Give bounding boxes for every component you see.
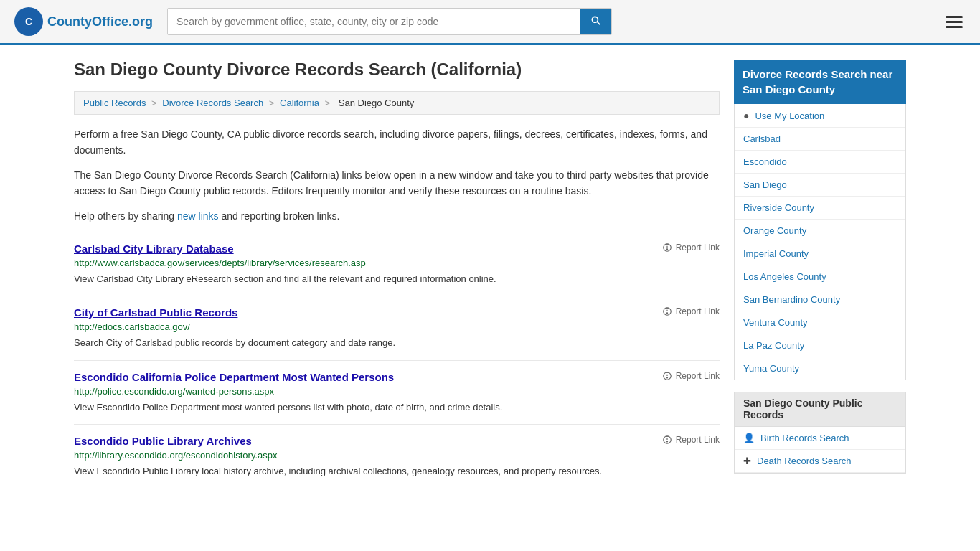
description-3-prefix: Help others by sharing [74,210,177,222]
report-link-2[interactable]: Report Link [662,371,720,381]
nearby-link-8[interactable]: San Bernardino County [735,288,905,311]
breadcrumb-current: San Diego County [339,98,415,108]
nearby-item: Imperial County [735,242,905,265]
nearby-section: Divorce Records Search near San Diego Co… [734,60,906,380]
logo-text: CountyOffice.org [47,14,153,29]
report-link-0[interactable]: Report Link [662,242,720,253]
record-url-1: http://edocs.carlsbadca.gov/ [74,321,720,332]
record-item: Escondido California Police Department M… [74,361,720,425]
public-record-item: 👤 Birth Records Search [735,427,905,450]
breadcrumb-public-records[interactable]: Public Records [83,98,146,108]
public-records-list: 👤 Birth Records Search ✚ Death Records S… [734,427,906,474]
nearby-link-1[interactable]: Carlsbad [735,128,905,150]
record-desc-3: View Escondido Public Library local hist… [74,464,720,479]
svg-point-8 [666,313,667,314]
new-links-link[interactable]: new links [177,210,219,222]
record-title-2[interactable]: Escondido California Police Department M… [74,371,394,383]
nearby-item: Riverside County [735,197,905,220]
search-bar [167,8,612,35]
nearby-link-3[interactable]: San Diego [735,174,905,196]
breadcrumb-divorce-records[interactable]: Divorce Records Search [162,98,263,108]
menu-icon-line1 [946,16,963,18]
nearby-link-6[interactable]: Imperial County [735,242,905,265]
nearby-link-5[interactable]: Orange County [735,220,905,242]
public-record-item: ✚ Death Records Search [735,450,905,473]
nearby-item: San Bernardino County [735,288,905,311]
menu-button[interactable] [943,13,966,31]
report-link-1[interactable]: Report Link [662,306,720,316]
record-header-2: Escondido California Police Department M… [74,371,720,386]
nearby-header: Divorce Records Search near San Diego Co… [734,60,906,104]
breadcrumb-california[interactable]: California [280,98,319,108]
nearby-link-10[interactable]: La Paz County [735,334,905,357]
record-title-3[interactable]: Escondido Public Library Archives [74,435,252,447]
record-desc-0: View Carlsbad City Library eResearch sec… [74,272,720,286]
description-2: The San Diego County Divorce Records Sea… [74,167,720,199]
nearby-item: Yuma County [735,357,905,380]
breadcrumb: Public Records > Divorce Records Search … [74,91,720,115]
breadcrumb-sep2: > [269,98,277,108]
record-desc-1: Search City of Carlsbad public records b… [74,336,720,350]
breadcrumb-sep1: > [151,98,159,108]
breadcrumb-sep3: > [325,98,333,108]
header: C CountyOffice.org [0,0,980,45]
nearby-item: Ventura County [735,311,905,334]
record-item: Carlsbad City Library Database Report Li… [74,232,720,297]
record-title-0[interactable]: Carlsbad City Library Database [74,242,234,255]
records-list: Carlsbad City Library Database Report Li… [74,232,720,489]
public-record-icon-0: 👤 [743,433,755,443]
description-1: Perform a free San Diego County, CA publ… [74,126,720,159]
record-header-0: Carlsbad City Library Database Report Li… [74,242,720,258]
record-item: City of Carlsbad Public Records Report L… [74,296,720,361]
sidebar: Divorce Records Search near San Diego Co… [734,60,906,489]
nearby-item: La Paz County [735,334,905,357]
nearby-link-11[interactable]: Yuma County [735,357,905,380]
nearby-link-2[interactable]: Escondido [735,151,905,173]
record-desc-2: View Escondido Police Department most wa… [74,400,720,415]
logo-icon: C [14,7,43,36]
svg-text:C: C [25,16,32,27]
public-record-icon-1: ✚ [743,456,751,466]
logo[interactable]: C CountyOffice.org [14,7,153,36]
record-url-3: http://library.escondido.org/escondidohi… [74,450,720,461]
nearby-item: Los Angeles County [735,265,905,288]
public-record-link-0[interactable]: 👤 Birth Records Search [735,427,905,449]
description-3-suffix: and reporting broken links. [219,210,340,222]
page-title: San Diego County Divorce Records Search … [74,60,720,80]
nearby-link-0[interactable]: ●Use My Location [735,104,905,127]
search-button[interactable] [580,9,611,34]
public-records-header: San Diego County Public Records [734,392,906,427]
record-item: Escondido Public Library Archives Report… [74,425,720,489]
record-url-2: http://police.escondido.org/wanted-perso… [74,386,720,397]
nearby-link-9[interactable]: Ventura County [735,311,905,334]
record-header-1: City of Carlsbad Public Records Report L… [74,306,720,321]
location-pin-icon: ● [743,110,749,121]
nearby-item: San Diego [735,174,905,197]
nearby-item: Escondido [735,151,905,174]
svg-point-12 [666,377,667,378]
public-record-link-1[interactable]: ✚ Death Records Search [735,450,905,472]
nearby-list: ●Use My LocationCarlsbadEscondidoSan Die… [734,104,906,380]
nearby-link-4[interactable]: Riverside County [735,197,905,219]
record-header-3: Escondido Public Library Archives Report… [74,435,720,450]
svg-point-16 [666,441,667,442]
description-3: Help others by sharing new links and rep… [74,208,720,224]
nearby-item: ●Use My Location [735,104,905,128]
search-input[interactable] [168,9,580,34]
record-url-0: http://www.carlsbadca.gov/services/depts… [74,258,720,268]
public-records-section: San Diego County Public Records 👤 Birth … [734,392,906,474]
nearby-item: Carlsbad [735,128,905,151]
nearby-link-7[interactable]: Los Angeles County [735,265,905,288]
report-link-3[interactable]: Report Link [662,435,720,445]
menu-icon-line3 [946,26,963,28]
menu-icon-line2 [946,21,963,23]
content-wrapper: San Diego County Divorce Records Search … [60,45,920,504]
nearby-item: Orange County [735,220,905,242]
main-content: San Diego County Divorce Records Search … [74,60,720,489]
record-title-1[interactable]: City of Carlsbad Public Records [74,306,237,319]
svg-point-4 [666,249,667,250]
